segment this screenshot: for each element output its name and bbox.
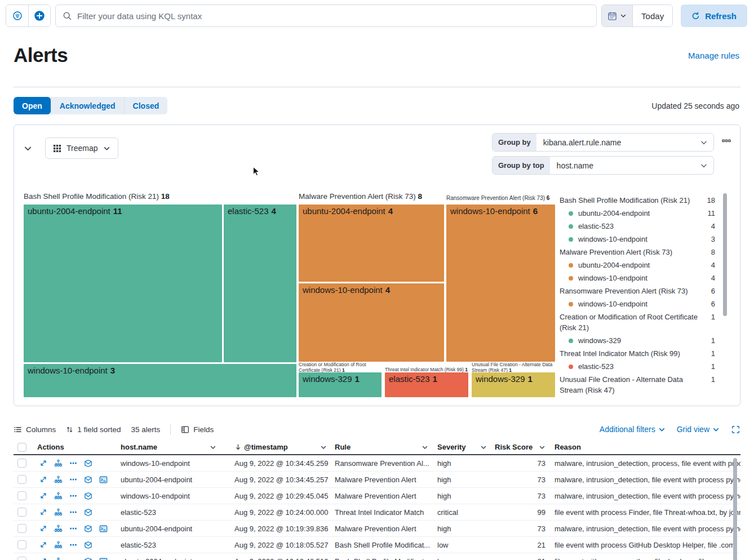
treemap-group-label: Creation or Modification of Root Certifi…	[299, 362, 384, 374]
treemap-tile[interactable]: elastic-5234	[224, 205, 296, 362]
expand-alert-icon[interactable]	[39, 492, 47, 500]
treemap-tile[interactable]: windows-10-endpoint4	[299, 283, 444, 362]
header-severity[interactable]: Severity	[435, 443, 494, 451]
sort-fields-button[interactable]: 1 field sorted	[66, 425, 121, 434]
table-scrollbar[interactable]	[733, 458, 737, 560]
group-by-top-select[interactable]: Group by top host.name	[492, 156, 714, 175]
more-actions-icon[interactable]	[69, 541, 77, 549]
saved-query-button[interactable]	[6, 5, 28, 26]
treemap-tile[interactable]: windows-10-endpoint6	[446, 205, 555, 362]
treemap-tile[interactable]: windows-3291	[299, 372, 382, 397]
investigate-in-timeline-icon[interactable]	[84, 508, 92, 517]
investigate-in-timeline-icon[interactable]	[84, 525, 92, 533]
legend-item[interactable]: ubuntu-2004-endpoint4	[560, 259, 715, 272]
add-filter-button[interactable]	[28, 5, 50, 26]
session-view-icon[interactable]	[99, 475, 108, 484]
kql-search-input[interactable]	[77, 11, 589, 21]
analyze-event-icon[interactable]	[54, 475, 63, 484]
legend-item[interactable]: ubuntu-2004-endpoint11	[560, 207, 715, 220]
panel-options-icon[interactable]	[722, 133, 731, 145]
tab-acknowledged[interactable]: Acknowledged	[51, 97, 124, 114]
refresh-button[interactable]: Refresh	[681, 5, 747, 27]
legend-item[interactable]: elastic-5234	[560, 220, 715, 233]
header-rule[interactable]: Rule	[334, 443, 435, 451]
analyze-event-icon[interactable]	[54, 492, 63, 500]
analyze-event-icon[interactable]	[54, 557, 63, 560]
treemap-chart[interactable]: Bash Shell Profile Modification (Risk 21…	[24, 193, 555, 398]
additional-filters-button[interactable]: Additional filters	[600, 425, 666, 434]
table-header-row: Actions host.name @timestamp Rule Severi…	[14, 440, 740, 455]
legend-item[interactable]: windows-10-endpoint6	[560, 297, 715, 310]
investigate-in-timeline-icon[interactable]	[84, 557, 92, 560]
legend-group-item[interactable]: Malware Prevention Alert (Risk 73)8	[560, 246, 715, 259]
investigate-in-timeline-icon[interactable]	[84, 492, 92, 500]
refresh-icon	[691, 12, 700, 20]
row-checkbox[interactable]	[17, 557, 26, 560]
legend-item[interactable]: windows-10-endpoint3	[560, 233, 715, 246]
row-checkbox[interactable]	[17, 540, 26, 549]
legend-group-item[interactable]: Unusual File Creation - Alternate Data S…	[560, 373, 715, 397]
analyze-event-icon[interactable]	[54, 508, 63, 517]
investigate-in-timeline-icon[interactable]	[84, 541, 92, 549]
manage-rules-link[interactable]: Manage rules	[688, 51, 739, 60]
treemap-tile[interactable]: elastic-5231	[385, 372, 468, 397]
row-checkbox[interactable]	[17, 459, 26, 468]
legend-group-item[interactable]: Ransomware Prevention Alert (Risk 73)6	[560, 285, 715, 297]
legend-group-item[interactable]: Bash Shell Profile Modification (Risk 21…	[560, 194, 715, 207]
collapse-panel-icon[interactable]	[23, 144, 33, 153]
more-actions-icon[interactable]	[69, 557, 77, 560]
expand-alert-icon[interactable]	[39, 525, 47, 532]
fields-button[interactable]: Fields	[181, 425, 214, 434]
legend-group-item[interactable]: Threat Intel Indicator Match (Risk 99)1	[560, 347, 715, 360]
analyze-event-icon[interactable]	[54, 459, 63, 468]
group-by-select[interactable]: Group by kibana.alert.rule.name	[492, 133, 714, 152]
tab-closed[interactable]: Closed	[124, 97, 168, 114]
investigate-in-timeline-icon[interactable]	[84, 475, 92, 484]
treemap-tile[interactable]: windows-3291	[472, 372, 555, 397]
expand-alert-icon[interactable]	[39, 459, 47, 467]
header-risk-score[interactable]: Risk Score	[494, 443, 552, 451]
more-actions-icon[interactable]	[69, 459, 77, 467]
more-actions-icon[interactable]	[69, 492, 77, 500]
more-actions-icon[interactable]	[69, 475, 77, 483]
legend-item[interactable]: windows-3291	[560, 334, 715, 347]
analyze-event-icon[interactable]	[54, 525, 63, 533]
expand-alert-icon[interactable]	[39, 508, 47, 516]
session-view-icon[interactable]	[99, 557, 108, 560]
legend-item[interactable]: windows-10-endpoint4	[560, 272, 715, 285]
grid-view-button[interactable]: Grid view	[677, 425, 720, 434]
select-all-checkbox[interactable]	[17, 443, 26, 452]
row-checkbox[interactable]	[17, 491, 26, 500]
date-picker-calendar-button[interactable]	[602, 5, 632, 26]
row-checkbox[interactable]	[17, 475, 26, 484]
expand-alert-icon[interactable]	[39, 557, 47, 560]
header-actions: Actions	[33, 443, 118, 451]
row-checkbox[interactable]	[17, 508, 26, 517]
more-actions-icon[interactable]	[69, 525, 77, 532]
tab-open[interactable]: Open	[14, 97, 51, 114]
sorted-label: 1 field sorted	[77, 425, 121, 434]
analyze-event-icon[interactable]	[54, 541, 63, 549]
header-reason[interactable]: Reason	[552, 443, 740, 451]
treemap-tile[interactable]: ubuntu-2004-endpoint4	[299, 205, 444, 282]
legend-group-item[interactable]: Creation or Modification of Root Certifi…	[560, 310, 715, 334]
expand-alert-icon[interactable]	[39, 475, 47, 483]
legend-dot-icon	[569, 237, 573, 242]
row-checkbox[interactable]	[17, 524, 26, 533]
header-host-name[interactable]: host.name	[118, 443, 223, 451]
today-button[interactable]: Today	[632, 5, 672, 26]
legend-item[interactable]: elastic-5231	[560, 360, 715, 373]
legend-scrollbar[interactable]	[723, 193, 727, 397]
cell-rule: Bash Shell Profile Modificat...	[334, 541, 435, 549]
treemap-tile[interactable]: ubuntu-2004-endpoint11	[24, 205, 222, 362]
header-timestamp[interactable]: @timestamp	[223, 443, 334, 451]
chart-type-select[interactable]: Treemap	[45, 137, 118, 159]
grid-view-label: Grid view	[677, 425, 709, 434]
investigate-in-timeline-icon[interactable]	[84, 459, 92, 468]
expand-alert-icon[interactable]	[39, 541, 47, 549]
columns-button[interactable]: Columns	[14, 425, 56, 434]
session-view-icon[interactable]	[99, 525, 108, 533]
treemap-tile[interactable]: windows-10-endpoint3	[24, 364, 296, 397]
more-actions-icon[interactable]	[69, 508, 77, 516]
fullscreen-icon[interactable]	[731, 425, 740, 434]
